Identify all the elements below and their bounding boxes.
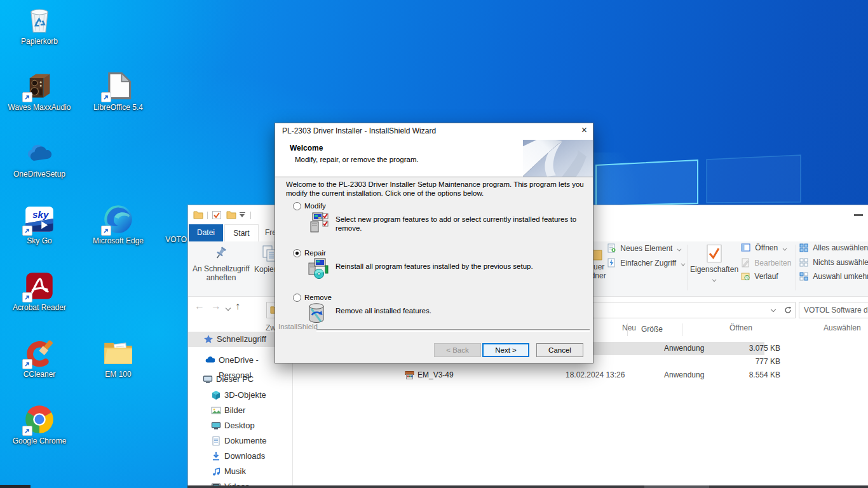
history-dropdown-icon[interactable] — [226, 306, 231, 311]
cancel-button[interactable]: Cancel — [536, 343, 583, 357]
sidebar-item-pictures[interactable]: Bilder — [188, 403, 292, 418]
shortcut-arrow-badge — [22, 92, 32, 102]
edge-icon — [103, 204, 133, 234]
edit-icon — [741, 258, 750, 268]
sidebar-item-documents[interactable]: Dokumente — [188, 433, 292, 449]
onedrive-icon — [24, 137, 55, 168]
file-row[interactable]: EM_V3-49 18.02.2024 13:26 Anwendung 8.55… — [294, 369, 764, 382]
sidebar-label: Dieser PC — [216, 372, 254, 387]
desktop-icon-label: Sky Go — [4, 237, 74, 245]
back-button[interactable]: ← — [194, 301, 205, 312]
properties-icon — [706, 244, 722, 263]
desktop-icon-microsoft-edge[interactable]: Microsoft Edge — [83, 204, 153, 245]
radio-modify[interactable] — [293, 202, 301, 210]
taskbar-sliver-right[interactable] — [187, 485, 868, 488]
tab-start[interactable]: Start — [224, 224, 259, 241]
file-size: 777 KB — [717, 355, 780, 369]
shortcut-arrow-badge — [22, 292, 32, 302]
pictures-icon — [211, 405, 221, 416]
file-type: Anwendung — [664, 342, 704, 355]
taskbar-sliver-left[interactable] — [0, 485, 31, 488]
radio-remove-label[interactable]: Remove — [304, 294, 332, 301]
sidebar-item-3d-objects[interactable]: 3D-Objekte — [188, 388, 292, 403]
easy-access-icon — [607, 258, 616, 268]
desktop-icon-label: Acrobat Reader — [4, 304, 74, 312]
desktop-icon-acrobat-reader[interactable]: Acrobat Reader — [4, 271, 74, 312]
properties-button[interactable]: Eigenschaften — [690, 243, 738, 293]
sidebar-item-downloads[interactable]: Downloads — [188, 449, 292, 464]
radio-modify-label[interactable]: Modify — [304, 202, 326, 210]
pin-icon — [214, 246, 228, 262]
minimize-button[interactable] — [854, 214, 863, 216]
back-button[interactable]: < Back — [434, 343, 481, 357]
next-button[interactable]: Next > — [482, 343, 529, 357]
properties-check-icon[interactable] — [212, 210, 222, 220]
invert-selection-icon — [799, 272, 808, 281]
desktop-icon-onedrivesetup[interactable]: OneDriveSetup — [4, 137, 74, 179]
desktop-icon-ccleaner[interactable]: CCleaner — [4, 337, 74, 379]
shortcut-arrow-badge — [101, 92, 111, 102]
sidebar-label: Musik — [224, 464, 246, 479]
select-none-icon — [799, 258, 808, 267]
select-all-label: Alles auswählen — [813, 243, 868, 252]
open-button[interactable]: Öffnen — [741, 243, 787, 255]
history-icon — [741, 272, 750, 281]
dialog-subheading: Modify, repair, or remove the program. — [295, 156, 419, 163]
select-none-label: Nichts auswählen — [813, 258, 868, 267]
desktop-icon-waves-maxxaudio[interactable]: Waves MaxxAudio — [4, 71, 74, 112]
quick-access-toolbar — [192, 208, 268, 223]
close-icon[interactable]: × — [581, 125, 587, 136]
open-label: Öffnen — [755, 243, 778, 252]
qat-customize-icon[interactable] — [240, 212, 246, 219]
history-button[interactable]: Verlauf — [741, 272, 778, 283]
sidebar-item-music[interactable]: Musik — [188, 464, 292, 479]
invert-selection-label: Auswahl umkehren — [813, 272, 868, 281]
repair-option-icon — [308, 258, 329, 280]
desktop-icon-em100-folder[interactable]: EM 100 — [83, 337, 153, 379]
desktop-icon-google-chrome[interactable]: Google Chrome — [4, 404, 74, 445]
forward-button[interactable]: → — [211, 301, 221, 312]
sidebar-item-desktop[interactable]: Desktop — [188, 418, 292, 433]
invert-selection-button[interactable]: Auswahl umkehren — [799, 272, 868, 283]
sidebar-item-this-pc[interactable]: Dieser PC — [188, 372, 292, 387]
desktop-icon-recycle-bin[interactable]: Papierkorb — [4, 4, 74, 46]
folder-icon[interactable] — [193, 210, 203, 220]
easy-access-button[interactable]: Einfacher Zugriff — [607, 258, 685, 269]
desktop-icon-sky-go[interactable]: sky Sky Go — [4, 204, 74, 245]
address-dropdown-icon[interactable] — [771, 307, 776, 312]
sky-go-icon: sky — [24, 204, 55, 234]
up-button[interactable]: ↑ — [235, 301, 240, 312]
dialog-title-bar[interactable]: PL-2303 Driver Installer - InstallShield… — [275, 123, 593, 140]
sidebar-label: 3D-Objekte — [224, 388, 266, 403]
new-item-label: Neues Element — [620, 244, 672, 253]
installshield-wizard-dialog: PL-2303 Driver Installer - InstallShield… — [275, 123, 593, 363]
radio-remove[interactable] — [293, 294, 301, 302]
ccleaner-icon — [24, 337, 55, 368]
radio-repair-label[interactable]: Repair — [304, 249, 326, 257]
select-none-button[interactable]: Nichts auswählen — [799, 258, 868, 269]
dialog-title: PL-2303 Driver Installer - InstallShield… — [282, 126, 436, 135]
search-text: VOTOL Software durchsuchen — [804, 306, 868, 315]
column-separator[interactable] — [627, 323, 628, 336]
brand-separator-line — [316, 329, 590, 332]
new-item-button[interactable]: Neues Element — [607, 243, 681, 255]
pin-to-quick-access-button[interactable]: An Schnellzugriff anheften — [190, 244, 252, 292]
tab-datei[interactable]: Datei — [189, 224, 223, 241]
search-input[interactable]: VOTOL Software durchsuchen — [799, 302, 868, 318]
folder-icon[interactable] — [226, 210, 236, 220]
shortcut-arrow-badge — [22, 359, 32, 369]
file-type: Anwendung — [664, 369, 704, 382]
column-separator[interactable] — [682, 323, 682, 336]
recycle-bin-icon — [24, 4, 55, 35]
radio-repair[interactable] — [293, 249, 301, 257]
group-label-select: Auswählen — [824, 323, 861, 332]
column-header-size[interactable]: Größe — [641, 325, 663, 334]
refresh-button[interactable] — [781, 302, 796, 318]
shortcut-arrow-badge — [22, 426, 32, 436]
desktop-icon-libreoffice[interactable]: LibreOffice 5.4 — [83, 71, 153, 112]
edit-button[interactable]: Bearbeiten — [741, 258, 791, 269]
sidebar-label: Dokumente — [224, 433, 266, 449]
select-all-button[interactable]: Alles auswählen — [799, 243, 868, 255]
modify-desc-line2: remove. — [336, 224, 362, 232]
shortcut-arrow-badge — [22, 226, 32, 236]
